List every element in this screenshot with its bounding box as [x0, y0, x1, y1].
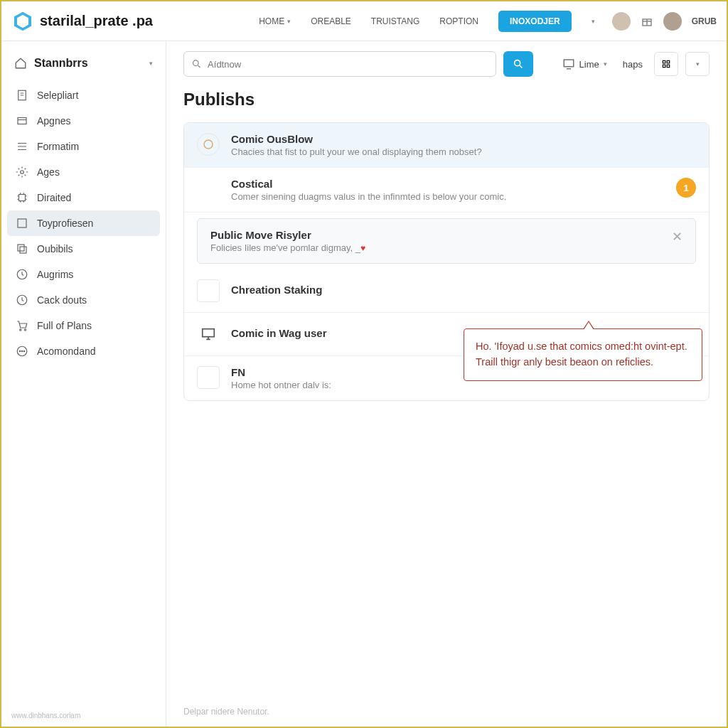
svg-point-25 [204, 140, 213, 149]
avatar[interactable] [612, 12, 631, 31]
sidebar-header[interactable]: Stannbrrs ▾ [7, 53, 160, 82]
sidebar-item-label: Augrims [37, 269, 73, 280]
item-desc: Folicies Iiles me've pomlar digmay, _♥ [210, 242, 660, 253]
monitor-icon [197, 323, 220, 346]
doc-icon [16, 89, 28, 102]
gift-icon[interactable] [641, 15, 653, 28]
ring-icon [197, 133, 220, 156]
chip-icon [16, 191, 28, 204]
cart-icon [16, 319, 28, 332]
footer-text: Delpar nidere Nenutor. [183, 707, 269, 717]
sidebar-item-label: Selepliart [37, 90, 78, 101]
search-input[interactable] [208, 59, 488, 70]
item-desc: Comer sinening duagms valus in the infin… [231, 191, 665, 202]
search-field[interactable] [183, 51, 496, 77]
sidebar-item-label: Acomondand [37, 346, 96, 357]
item-title: Comic OusBlow [231, 133, 696, 145]
svg-point-16 [21, 350, 23, 352]
sidebar-item-label: Formatim [37, 141, 79, 152]
lime-dropdown[interactable]: Lime▾ [558, 58, 611, 70]
nav-oreable[interactable]: OREABLE [311, 16, 351, 26]
sidebar-item-selepliart[interactable]: Selepliart [7, 82, 160, 108]
sidebar-item-full of plans[interactable]: Full of Plans [7, 313, 160, 338]
item-title: Public Move Risyler [210, 229, 660, 241]
sidebar: Stannbrrs ▾ SelepliartApgnesFormatimAges… [1, 41, 166, 727]
arrow-icon [583, 321, 594, 329]
box-icon [16, 217, 28, 230]
svg-rect-24 [667, 65, 670, 68]
header-right: GRUB [612, 12, 717, 31]
nav-roption[interactable]: ROPTION [439, 16, 478, 26]
item-desc: Chacies that fist to pult your we onal d… [231, 146, 696, 157]
heart-icon: ♥ [360, 243, 365, 253]
sidebar-item-acomondand[interactable]: Acomondand [7, 338, 160, 364]
close-icon[interactable]: ✕ [672, 229, 682, 245]
svg-point-5 [21, 171, 24, 174]
clock2-icon [16, 294, 28, 306]
grid-icon [661, 59, 671, 69]
sidebar-item-oubibils[interactable]: Oubibils [7, 236, 160, 262]
sidebar-item-label: Cack douts [37, 294, 87, 306]
sidebar-item-ages[interactable]: Ages [7, 159, 160, 185]
sidebar-item-label: Ages [37, 166, 60, 178]
sidebar-title: Stannbrrs [34, 57, 142, 70]
cta-button[interactable]: INOXODJER [498, 11, 572, 32]
sidebar-item-apgnes[interactable]: Apgnes [7, 108, 160, 134]
haps-link[interactable]: haps [619, 59, 647, 70]
item-title: Chreation Staking [231, 284, 696, 296]
main-content: Lime▾ haps ▾ Publishs Comic OusBlow Chac… [166, 41, 727, 727]
list-icon [16, 140, 28, 153]
logo[interactable]: starilal_prate .pa [11, 10, 153, 33]
svg-rect-8 [18, 245, 24, 251]
list-item[interactable]: Costical Comer sinening duagms valus in … [184, 168, 709, 213]
svg-rect-4 [18, 118, 26, 124]
gear-icon [16, 166, 28, 178]
sidebar-item-toyprofiesen[interactable]: Toyprofiesen [7, 210, 160, 236]
home-icon [14, 57, 27, 70]
svg-rect-23 [663, 65, 665, 68]
sidebar-item-diraited[interactable]: Diraited [7, 185, 160, 210]
list-item[interactable]: Chreation Staking [184, 269, 709, 313]
nav-truistang[interactable]: TRUISTANG [371, 16, 419, 26]
chevron-down-icon: ▾ [287, 18, 291, 25]
host-label: www.dinbhans.coriam [11, 712, 80, 719]
svg-rect-7 [18, 219, 26, 228]
chevron-down-icon: ▾ [149, 60, 153, 67]
dots-icon [16, 345, 28, 358]
logo-text: starilal_prate .pa [40, 13, 153, 29]
sidebar-item-cack douts[interactable]: Cack douts [7, 287, 160, 313]
svg-rect-9 [20, 247, 26, 253]
nav-home[interactable]: HOME▾ [259, 16, 291, 26]
more-button[interactable]: ▾ [685, 52, 710, 76]
grid-button[interactable] [654, 52, 678, 76]
search-icon [513, 58, 524, 70]
sidebar-item-label: Oubibils [37, 243, 73, 255]
sidebar-item-formatim[interactable]: Formatim [7, 134, 160, 159]
svg-rect-6 [19, 195, 26, 201]
svg-rect-22 [667, 60, 670, 63]
item-title: Costical [231, 178, 665, 190]
clock-icon [16, 268, 28, 281]
callout-tooltip: Ho. 'Ifoyad u.se that comics omed:ht ovi… [464, 328, 702, 381]
list-item[interactable]: Comic OusBlow Chacies that fist to pult … [184, 123, 709, 168]
svg-rect-20 [564, 60, 574, 67]
list-item[interactable]: Public Move Risyler Folicies Iiles me've… [197, 218, 696, 264]
sidebar-item-label: Diraited [37, 192, 71, 203]
svg-rect-21 [663, 60, 665, 63]
avatar[interactable] [663, 12, 682, 31]
search-button[interactable] [503, 51, 533, 77]
svg-point-13 [24, 329, 26, 331]
sidebar-item-label: Toyprofiesen [37, 218, 93, 229]
sidebar-item-label: Full of Plans [37, 320, 92, 331]
square-icon [197, 279, 220, 302]
chevron-down-icon[interactable]: ▾ [592, 18, 595, 25]
sidebar-item-label: Apgnes [37, 115, 70, 127]
grub-label[interactable]: GRUB [692, 16, 717, 26]
stack-icon [16, 242, 28, 255]
square-icon [197, 366, 220, 389]
svg-rect-26 [203, 329, 215, 337]
svg-point-19 [515, 60, 520, 66]
count-badge: 1 [676, 178, 696, 198]
sidebar-item-augrims[interactable]: Augrims [7, 262, 160, 287]
svg-point-12 [20, 329, 21, 331]
